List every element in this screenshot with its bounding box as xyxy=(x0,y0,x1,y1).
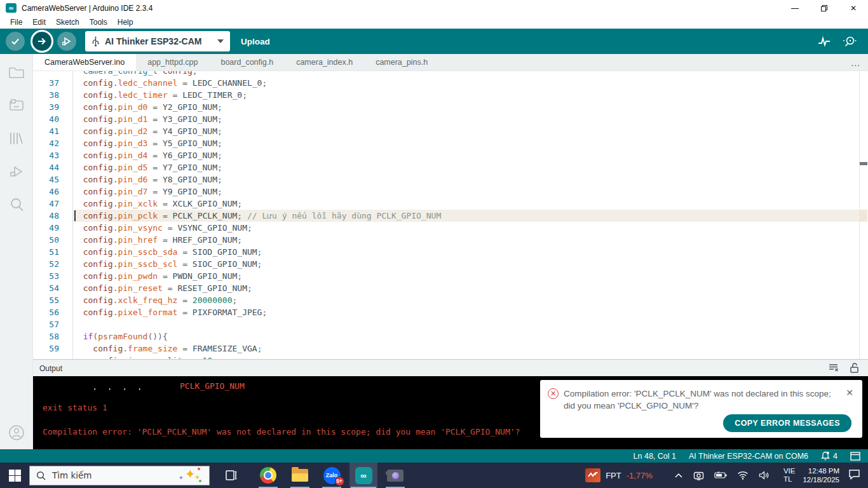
tray-expand-button[interactable] xyxy=(674,473,683,478)
code-token xyxy=(73,187,83,196)
menu-file[interactable]: File xyxy=(5,17,27,28)
toggle-autoscroll-button[interactable] xyxy=(850,362,859,376)
serial-monitor-button[interactable] xyxy=(841,33,858,50)
code-line: 38 config.ledc_timer = LEDC_TIMER_0; xyxy=(33,89,859,101)
line-number: 53 xyxy=(33,270,73,282)
language-indicator[interactable]: VIE TL xyxy=(783,467,796,484)
tab-camera-index-h[interactable]: camera_index.h xyxy=(285,54,364,71)
screen-record-tray-icon[interactable] xyxy=(693,471,704,480)
copy-error-messages-button[interactable]: COPY ERROR MESSAGES xyxy=(723,414,851,432)
code-line: camera_config_t config; xyxy=(33,71,859,77)
sketchbook-button[interactable] xyxy=(0,62,33,83)
debug-button[interactable] xyxy=(57,32,76,51)
minimize-button[interactable]: — xyxy=(780,0,810,16)
code-line: 43 config.pin_d4 = Y6_GPIO_NUM; xyxy=(33,149,859,161)
search-placeholder: Tìm kiếm xyxy=(52,470,171,480)
chevron-up-icon xyxy=(674,473,683,478)
debug-panel-button[interactable] xyxy=(0,161,33,182)
window-controls: — ✕ xyxy=(780,0,868,16)
code-token: Y9_GPIO_NUM xyxy=(163,187,217,196)
code-line-content: config.pin_pclk = PCLK_PCLK_NUM; // Lưu … xyxy=(73,210,859,222)
code-line-content: config.pin_reset = RESET_GPIO_NUM; xyxy=(73,282,859,294)
code-token: config xyxy=(83,126,113,136)
code-token: config xyxy=(83,139,113,148)
code-token: = xyxy=(163,283,177,293)
zalo-taskbar-button[interactable]: Zalo 5+ xyxy=(318,463,346,488)
code-token: = xyxy=(147,187,162,196)
taskbar-clock[interactable]: 12:48 PM 12/18/2025 xyxy=(803,466,839,484)
tab-board-config-h[interactable]: board_config.h xyxy=(209,54,285,71)
code-token: ; xyxy=(257,344,262,353)
chrome-taskbar-button[interactable] xyxy=(254,463,282,488)
menu-help[interactable]: Help xyxy=(112,17,139,28)
code-token: if xyxy=(83,332,93,341)
upload-button[interactable] xyxy=(32,32,51,51)
arduino-taskbar-button[interactable]: ∞ xyxy=(349,463,377,488)
line-number: 39 xyxy=(33,101,73,113)
task-view-button[interactable] xyxy=(217,463,245,488)
code-line-content: if(psramFound()){ xyxy=(73,330,859,342)
clear-output-button[interactable] xyxy=(828,362,839,376)
code-line-content: config.frame_size = FRAMESIZE_VGA; xyxy=(73,342,859,355)
restore-button[interactable] xyxy=(810,0,839,16)
camera-taskbar-button[interactable] xyxy=(381,463,409,488)
stock-label[interactable]: FPT xyxy=(606,471,621,480)
terminal-suggestion: PCLK_GPIO_NUM xyxy=(180,381,245,391)
windows-taskbar: Tìm kiếm ✦✦✦ Zalo 5+ ∞ xyxy=(0,463,868,488)
code-editor[interactable]: camera_config_t config;37 config.ledc_ch… xyxy=(33,71,868,359)
code-token xyxy=(73,283,83,293)
code-line: 56 config.pixel_format = PIXFORMAT_JPEG; xyxy=(33,306,859,318)
stock-change[interactable]: -1,77% xyxy=(627,471,653,480)
code-line-content: config.ledc_channel = LEDC_CHANNEL_0; xyxy=(73,77,859,89)
editor-scrollbar[interactable] xyxy=(859,71,868,359)
taskbar-search[interactable]: Tìm kiếm ✦✦✦ xyxy=(29,466,210,485)
code-token xyxy=(73,90,83,100)
tab-app-httpd-cpp[interactable]: app_httpd.cpp xyxy=(136,54,209,71)
code-text: config.pin_sscb_scl = SIOC_GPIO_NUM; xyxy=(73,258,262,270)
verify-button[interactable] xyxy=(6,32,25,51)
code-token: pin_d5 xyxy=(118,163,147,172)
close-button[interactable]: ✕ xyxy=(839,0,868,16)
search-panel-button[interactable] xyxy=(0,194,33,215)
code-token: SIOD_GPIO_NUM xyxy=(193,247,257,257)
windows-logo-icon xyxy=(9,470,21,482)
menu-tools[interactable]: Tools xyxy=(85,17,112,28)
toolbar: AI Thinker ESP32-CAM Upload xyxy=(0,29,868,54)
tab-camerawebserver-ino[interactable]: CameraWebServer.ino xyxy=(33,54,136,71)
boards-manager-button[interactable] xyxy=(0,95,33,116)
serial-plotter-button[interactable] xyxy=(816,33,832,50)
terminal-error-line: Compilation error: 'PCLK_PCLK_NUM' was n… xyxy=(43,427,520,437)
menu-sketch[interactable]: Sketch xyxy=(51,17,85,28)
code-token xyxy=(73,308,83,317)
wifi-tray-icon[interactable] xyxy=(737,471,749,480)
toggle-panel-button[interactable] xyxy=(850,452,860,461)
cursor-position[interactable]: Ln 48, Col 1 xyxy=(634,452,676,461)
account-button[interactable] xyxy=(0,424,33,442)
stock-widget-icon[interactable] xyxy=(585,468,600,482)
volume-tray-icon[interactable] xyxy=(759,471,770,480)
clock-time: 12:48 PM xyxy=(803,466,839,475)
tab-overflow-button[interactable]: ... xyxy=(851,54,860,71)
file-explorer-taskbar-button[interactable] xyxy=(286,463,314,488)
code-token: config xyxy=(83,175,113,184)
battery-tray-icon[interactable] xyxy=(714,471,727,479)
code-line-content: config.jpeg_quality = 10; xyxy=(73,355,859,359)
code-token: = xyxy=(177,247,192,257)
start-button[interactable] xyxy=(0,463,29,488)
status-bar: Ln 48, Col 1 AI Thinker ESP32-CAM on COM… xyxy=(0,449,868,463)
bell-icon xyxy=(821,451,830,461)
code-token: config xyxy=(83,295,113,305)
menu-edit[interactable]: Edit xyxy=(27,17,51,28)
board-port-status[interactable]: AI Thinker ESP32-CAM on COM6 xyxy=(689,452,808,461)
code-token xyxy=(73,235,83,245)
board-selector-dropdown[interactable]: AI Thinker ESP32-CAM xyxy=(85,31,230,51)
window-title: CameraWebServer | Arduino IDE 2.3.4 xyxy=(22,4,153,13)
tab-camera-pins-h[interactable]: camera_pins.h xyxy=(364,54,439,71)
toast-close-button[interactable]: ✕ xyxy=(846,388,853,398)
code-text: config.xclk_freq_hz = 20000000; xyxy=(73,294,237,306)
code-token xyxy=(73,78,83,88)
library-manager-button[interactable] xyxy=(0,128,33,149)
notifications-button[interactable]: 4 xyxy=(821,451,837,461)
code-token xyxy=(73,223,83,233)
action-center-button[interactable] xyxy=(848,469,860,482)
